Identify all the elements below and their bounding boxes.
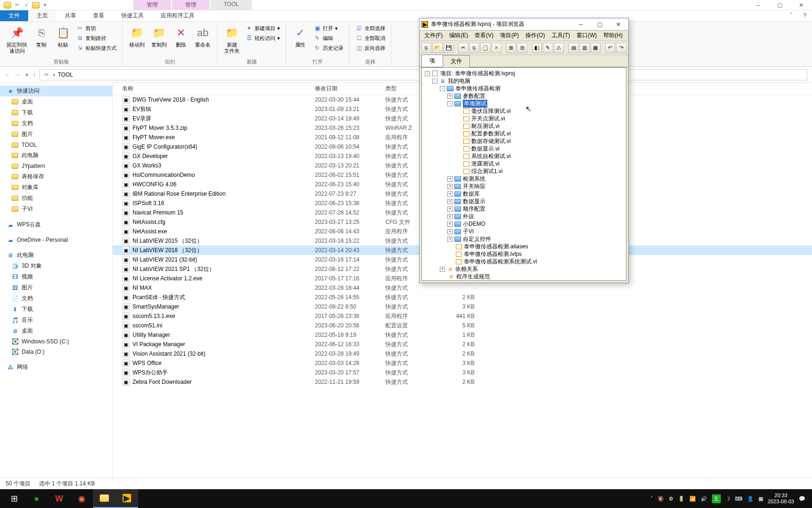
sidebar-item[interactable]: 💽Data (D:) — [0, 347, 112, 357]
lv-tab-item[interactable]: 项 — [422, 55, 443, 67]
tray-expand-icon[interactable]: ˆ — [651, 496, 653, 501]
invertselect-button[interactable]: ◫反向选择 — [353, 43, 387, 53]
tree-node[interactable]: ⚒程序生成规范 — [423, 273, 625, 280]
system-tray[interactable]: ˆ 🔇 ⚙ 🔋 📶 🔊 五 ☽ ⌨ 👤 ▦ 20:332023-08-03 💬 — [651, 492, 809, 505]
lv-tool-btn[interactable]: ⎘ — [469, 43, 479, 53]
lv-toolbar[interactable]: ⎘ 📂 💾 ✂ ⎘ 📋 ✕ ⊞ ⊟ ◧ ✎ ⚠ ▤ ▥ ▦ ↶ ↷ — [420, 41, 628, 55]
tree-node[interactable]: 配置参数测试.vi — [423, 130, 625, 137]
tree-node[interactable]: 数据存储测试.vi — [423, 137, 625, 145]
tray-icon[interactable]: 🔇 — [657, 496, 664, 502]
task-wechat[interactable]: ● — [25, 489, 48, 508]
tab-app-tools[interactable]: 应用程序工具 — [152, 10, 203, 21]
rename-button[interactable]: ab重命名 — [192, 24, 213, 50]
col-name[interactable]: 名称 — [113, 85, 315, 93]
sidebar-item[interactable]: 文档 — [0, 118, 112, 129]
tree-node[interactable]: +顺序配置 — [423, 205, 625, 213]
tree-node[interactable]: 泰申微传感器检测系统测试.vi — [423, 258, 625, 265]
sidebar-item[interactable]: 此电脑 — [0, 150, 112, 161]
copyto-button[interactable]: 📁复制到 — [148, 24, 170, 50]
lv-tool-btn[interactable]: ▤ — [569, 43, 578, 53]
tree-node[interactable]: +检测系统 — [423, 175, 625, 183]
tab-view[interactable]: 查看 — [85, 10, 113, 21]
tree-node[interactable]: 毫伏压降测试.vi — [423, 107, 625, 115]
lv-menu-item[interactable]: 编辑(E) — [446, 31, 471, 40]
file-row[interactable]: ▣PcanSEdt - 快捷方式2022-05-26 14:55快捷方式2 KB — [113, 293, 812, 302]
sidebar-item[interactable]: JYpattern — [0, 161, 112, 171]
tab-home[interactable]: 主页 — [28, 10, 56, 21]
ribbon-collapse-icon[interactable]: ˇ ? — [785, 10, 812, 21]
labview-project-window[interactable]: ▶ 泰申微传感器检测.lvproj - 项目浏览器 ─ ▢ ✕ 文件(F)编辑(… — [419, 18, 629, 283]
sidebar-item[interactable]: 🎞视频 — [0, 271, 112, 282]
tree-node[interactable]: +数据显示 — [423, 198, 625, 205]
tree-node[interactable]: 泰申微传感器检测.aliases — [423, 243, 625, 250]
sidebar-onedrive[interactable]: ☁OneDrive - Personal — [0, 235, 112, 245]
history-button[interactable]: ↻历史记录 — [312, 43, 345, 53]
sidebar-item[interactable]: 下载 — [0, 107, 112, 118]
lv-menu-item[interactable]: 操作(O) — [523, 31, 547, 40]
paste-button[interactable]: 📋粘贴 — [53, 24, 73, 50]
file-row[interactable]: ▣SmartSysManager2022-08-22 8:50快捷方式3 KB — [113, 302, 812, 311]
sidebar-item[interactable]: 图片 — [0, 129, 112, 140]
lv-tool-btn[interactable]: 📂 — [432, 43, 442, 53]
tray-icon[interactable]: ☽ — [726, 496, 730, 502]
recent-dropdown-icon[interactable]: ▾ — [25, 71, 28, 78]
tree-node[interactable]: +⚙依赖关系 — [423, 265, 625, 273]
tree-node[interactable]: +子VI — [423, 228, 625, 235]
lv-tab-file[interactable]: 文件 — [443, 55, 470, 67]
lv-tool-btn[interactable]: ↶ — [605, 43, 615, 53]
sidebar-thispc[interactable]: 🖥此电脑 — [0, 250, 112, 261]
forward-button[interactable]: → — [15, 71, 21, 78]
tree-node[interactable]: -项目: 泰申微传感器检测.lvproj — [423, 70, 625, 77]
qat-dropdown-icon[interactable]: ▾ — [41, 1, 49, 9]
cut-button[interactable]: ✂剪切 — [74, 24, 118, 33]
selectall-button[interactable]: ☑全部选择 — [353, 24, 387, 33]
copypath-button[interactable]: ⧉复制路径 — [74, 33, 118, 43]
open-button[interactable]: ▣打开 ▾ — [312, 24, 345, 33]
file-row[interactable]: ▣WPS办公助手2023-03-20 17:57快捷方式3 KB — [113, 368, 812, 377]
sidebar-item[interactable]: 🖥桌面 — [0, 325, 112, 336]
task-wps[interactable]: W — [48, 489, 70, 508]
tree-node[interactable]: +数据库 — [423, 190, 625, 198]
sidebar-item[interactable]: 🖼图片 — [0, 282, 112, 293]
task-explorer[interactable] — [93, 489, 116, 508]
tree-node[interactable]: +参数配置 — [423, 92, 625, 100]
qat-cut-icon[interactable]: ✂ — [13, 1, 21, 9]
start-button[interactable]: ⊞ — [3, 489, 25, 508]
tree-node[interactable]: 系统自检测试.vi — [423, 152, 625, 160]
sidebar-item[interactable]: TOOL — [0, 140, 112, 150]
pin-button[interactable]: 📌固定到快 速访问 — [4, 24, 30, 56]
tray-icon[interactable]: 🔋 — [678, 496, 685, 502]
close-button[interactable]: ✕ — [790, 0, 812, 10]
tray-icon[interactable]: ⌨ — [735, 496, 742, 502]
sidebar-item[interactable]: 表格保存 — [0, 171, 112, 182]
tree-node[interactable]: 开关点测试.vi — [423, 115, 625, 122]
file-row[interactable]: ▣NI MAX2022-03-28 18:44快捷方式 — [113, 283, 812, 293]
qat-check-icon[interactable]: ✓ — [23, 1, 30, 9]
sidebar-item[interactable]: 🧊3D 对象 — [0, 261, 112, 271]
tree-node[interactable]: +外设 — [423, 213, 625, 220]
file-row[interactable]: ▣WPS Office2022-03-03 14:28快捷方式3 KB — [113, 358, 812, 368]
lv-tool-btn[interactable]: ✕ — [492, 43, 501, 53]
lv-tool-btn[interactable]: 📋 — [480, 43, 490, 53]
lv-titlebar[interactable]: ▶ 泰申微传感器检测.lvproj - 项目浏览器 ─ ▢ ✕ — [420, 18, 628, 31]
nav-sidebar[interactable]: ★快速访问 桌面下载文档图片TOOL此电脑JYpattern表格保存对象库功能子… — [0, 83, 113, 478]
tree-node[interactable]: 泰申微传感器检测.lvlps — [423, 250, 625, 258]
lv-minimize-button[interactable]: ─ — [573, 19, 589, 30]
context-tab-app[interactable]: 管理 — [172, 0, 210, 10]
file-row[interactable]: ▣sscom5.13.1.exe2017-05-26 23:38应用程序441 … — [113, 311, 812, 321]
file-row[interactable]: ▣Zebra Font Downloader2022-11-21 19:59快捷… — [113, 377, 812, 387]
sidebar-wps[interactable]: ☁WPS云盘 — [0, 219, 112, 230]
sidebar-item[interactable]: 对象库 — [0, 182, 112, 193]
selectnone-button[interactable]: ☐全部取消 — [353, 33, 387, 43]
sidebar-item[interactable]: 子VI — [0, 204, 112, 214]
lv-menu-item[interactable]: 查看(V) — [472, 31, 496, 40]
path-segment[interactable]: TOOL — [58, 71, 73, 78]
file-row[interactable]: ▣sscom51.ini2023-06-20 20:56配置设置5 KB — [113, 321, 812, 330]
lv-tool-btn[interactable]: ▥ — [579, 43, 589, 53]
lv-tool-btn[interactable]: ⊞ — [506, 43, 516, 53]
context-tab-shortcut[interactable]: 管理 — [133, 0, 171, 10]
lv-tool-btn[interactable]: ✎ — [543, 43, 553, 53]
lv-menubar[interactable]: 文件(F)编辑(E)查看(V)项目(P)操作(O)工具(T)窗口(W)帮助(H) — [420, 31, 628, 41]
lv-tool-btn[interactable]: ⊟ — [517, 43, 527, 53]
tab-file[interactable]: 文件 — [0, 10, 28, 21]
